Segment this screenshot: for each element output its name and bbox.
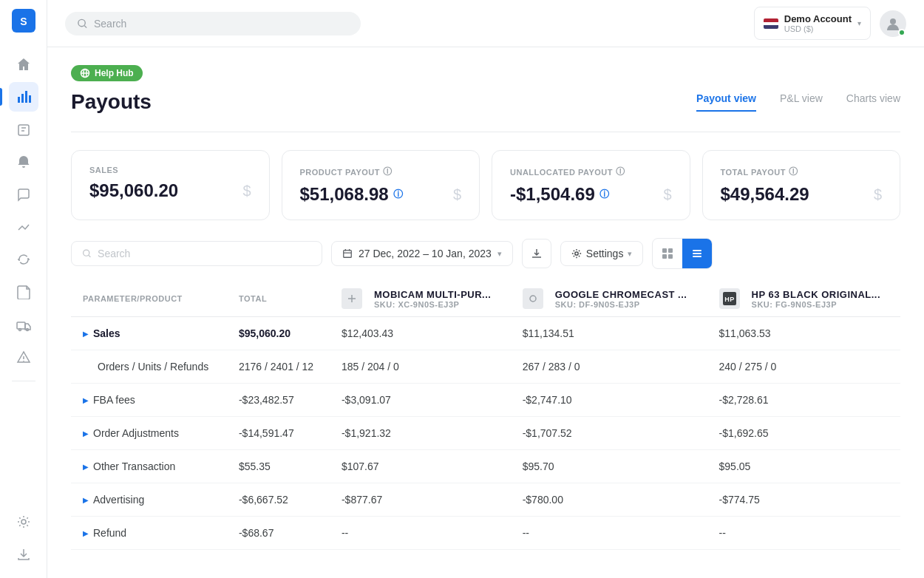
- svg-rect-19: [668, 248, 673, 253]
- cell-p3: --: [707, 517, 900, 550]
- settings-label: Settings: [586, 248, 624, 259]
- cell-p2-value: $95.70: [523, 460, 554, 472]
- tab-pl-view[interactable]: P&L view: [780, 92, 823, 112]
- cell-p1-value: -$1,921.32: [342, 427, 391, 439]
- account-currency: USD ($): [784, 24, 852, 33]
- cell-p2-value: 267 / 283 / 0: [523, 361, 580, 373]
- kpi-product-payout-label: PRODUCT PAYOUT ⓘ: [300, 166, 462, 178]
- row-label-text: FBA fees: [93, 394, 135, 406]
- row-label-text: Other Transaction: [93, 460, 175, 472]
- product-payout-info-icon[interactable]: ⓘ: [383, 166, 393, 178]
- product3-sku: SKU: FG-9N0S-EJ3P: [752, 300, 881, 309]
- sidebar-item-shipping[interactable]: [9, 310, 38, 339]
- sidebar-item-sync[interactable]: [9, 245, 38, 274]
- table-row: ▶ Other Transaction $55.35 $107.67 $95.7…: [71, 450, 900, 483]
- view-list-button[interactable]: [682, 239, 712, 268]
- tab-payout-view[interactable]: Payout view: [696, 92, 756, 112]
- table-row: ▶ FBA fees -$23,482.57 -$3,091.07 -$2,74…: [71, 384, 900, 417]
- row-label-text: Sales: [93, 327, 120, 339]
- kpi-total-payout-label: TOTAL PAYOUT ⓘ: [721, 166, 883, 178]
- unallocated-info-icon[interactable]: ⓘ: [616, 166, 625, 178]
- cell-p3: $95.05: [707, 450, 900, 483]
- cell-p2-value: $11,134.51: [523, 327, 574, 339]
- cell-p2: -$2,747.10: [511, 384, 707, 417]
- kpi-product-payout-dollar-icon: $: [453, 186, 461, 203]
- view-grid-button[interactable]: [653, 239, 682, 268]
- kpi-card-product-payout: PRODUCT PAYOUT ⓘ $51,068.98 ⓘ $: [282, 150, 480, 220]
- cell-p3: -$774.75: [707, 483, 900, 517]
- table-search-input[interactable]: [98, 248, 311, 259]
- kpi-card-sales: SALES $95,060.20 $: [71, 150, 270, 220]
- cell-total-value: $95,060.20: [239, 327, 291, 339]
- unallocated-value-info-icon[interactable]: ⓘ: [599, 188, 609, 201]
- cell-p1: --: [330, 517, 511, 550]
- account-name: Demo Account: [784, 13, 852, 24]
- table-row: ▶ Advertising -$6,667.52 -$877.67 -$780.…: [71, 483, 900, 517]
- sidebar-item-settings[interactable]: [9, 507, 38, 537]
- sidebar-item-messages[interactable]: [9, 180, 38, 209]
- cell-total-value: -$68.67: [239, 527, 274, 539]
- flag-us-icon: [764, 18, 778, 29]
- settings-button[interactable]: Settings ▾: [560, 241, 644, 266]
- sidebar-item-notifications[interactable]: [9, 147, 38, 177]
- sidebar-item-alerts[interactable]: [9, 342, 38, 372]
- topbar: Demo Account USD ($) ▾: [47, 0, 924, 47]
- cell-total: -$6,667.52: [227, 483, 330, 517]
- date-range-label: 27 Dec, 2022 – 10 Jan, 2023: [359, 248, 492, 259]
- sidebar-item-export[interactable]: [9, 540, 38, 569]
- cell-p2: $11,134.51: [511, 317, 707, 350]
- search-icon: [77, 18, 88, 30]
- download-button[interactable]: [522, 239, 551, 268]
- expand-arrow-icon[interactable]: ▶: [83, 330, 89, 338]
- date-range-picker[interactable]: 27 Dec, 2022 – 10 Jan, 2023 ▾: [331, 241, 513, 266]
- app-logo[interactable]: S: [12, 9, 35, 35]
- tab-charts-view[interactable]: Charts view: [846, 92, 900, 112]
- cell-total-value: -$23,482.57: [239, 394, 294, 406]
- sidebar-item-home[interactable]: [9, 50, 38, 79]
- kpi-unallocated-label: UNALLOCATED PAYOUT ⓘ: [510, 166, 672, 178]
- cell-p3-value: $11,063.53: [719, 327, 771, 339]
- sidebar-item-orders[interactable]: [9, 115, 38, 144]
- kpi-total-payout-dollar-icon: $: [874, 186, 882, 203]
- cell-p3: 240 / 275 / 0: [707, 350, 900, 384]
- cell-total: -$14,591.47: [227, 417, 330, 450]
- total-payout-info-icon[interactable]: ⓘ: [789, 166, 798, 178]
- cell-label: ▶ Order Adjustments: [71, 417, 227, 450]
- cell-label: ▶ FBA fees: [71, 384, 227, 417]
- view-tabs: Payout view P&L view Charts view: [696, 92, 900, 112]
- settings-chevron-icon: ▾: [628, 249, 632, 259]
- product3-name: HP 63 Black Original...: [752, 289, 881, 300]
- account-selector[interactable]: Demo Account USD ($) ▾: [754, 7, 871, 40]
- search-bar[interactable]: [65, 12, 361, 35]
- expand-arrow-icon[interactable]: ▶: [83, 529, 89, 537]
- expand-arrow-icon[interactable]: ▶: [83, 463, 89, 471]
- sidebar-item-documents[interactable]: [9, 277, 38, 307]
- help-hub-badge[interactable]: Help Hub: [71, 65, 143, 81]
- expand-arrow-icon[interactable]: ▶: [83, 396, 89, 404]
- cell-p2: -$1,707.52: [511, 417, 707, 450]
- table-search-bar[interactable]: [71, 241, 322, 266]
- cell-p2-value: -$2,747.10: [523, 394, 572, 406]
- sidebar-item-trends[interactable]: [9, 212, 38, 242]
- col-header-parameter: PARAMETER/PRODUCT: [71, 281, 227, 317]
- date-range-chevron-icon: ▾: [497, 249, 502, 259]
- kpi-total-payout-value: $49,564.29: [721, 184, 809, 205]
- kpi-unallocated-value: -$1,504.69 ⓘ: [510, 184, 609, 205]
- settings-icon: [571, 248, 582, 259]
- expand-arrow-icon[interactable]: ▶: [83, 496, 89, 504]
- main-content: Demo Account USD ($) ▾: [47, 0, 924, 578]
- cell-p2: 267 / 283 / 0: [511, 350, 707, 384]
- expand-arrow-icon[interactable]: ▶: [83, 429, 89, 438]
- view-toggle: [652, 238, 713, 269]
- avatar[interactable]: [880, 10, 906, 37]
- cell-p1-value: $107.67: [342, 460, 379, 472]
- svg-rect-26: [526, 292, 540, 305]
- svg-rect-5: [29, 95, 31, 103]
- search-input[interactable]: [94, 18, 349, 30]
- svg-rect-18: [662, 248, 667, 253]
- product-payout-value-info-icon[interactable]: ⓘ: [393, 188, 403, 201]
- sidebar-item-analytics[interactable]: [9, 82, 38, 112]
- cell-total-value: $55.35: [239, 460, 271, 472]
- calendar-icon: [342, 248, 353, 259]
- product2-sku: SKU: DF-9N0S-EJ3P: [555, 300, 687, 309]
